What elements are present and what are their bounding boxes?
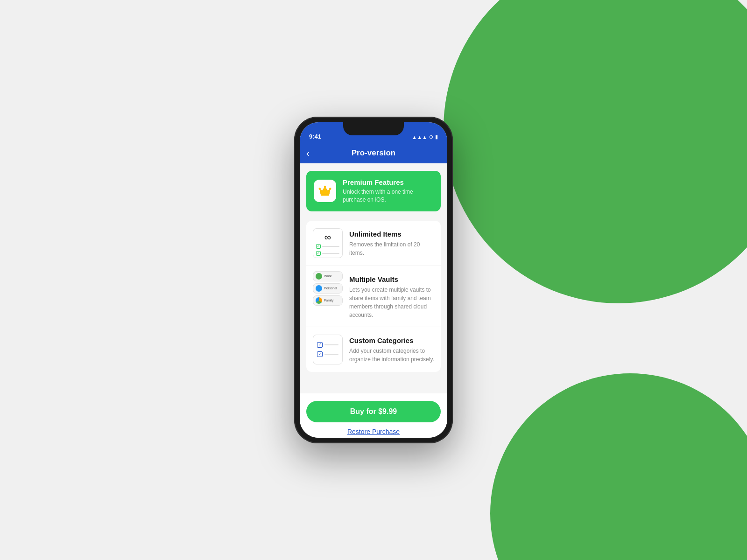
cat-check-2	[317, 351, 323, 357]
content-area: Premium Features Unlock them with a one …	[300, 163, 447, 438]
vault-work-label: Work	[324, 274, 331, 278]
signal-icon: ▲▲▲	[412, 134, 427, 140]
item-line-2	[322, 253, 339, 254]
vault-list-illustration: Work Personal Family	[313, 271, 343, 306]
bg-blob-top	[444, 0, 747, 303]
premium-title: Premium Features	[343, 178, 433, 186]
item-line-1	[322, 246, 339, 247]
premium-text: Premium Features Unlock them with a one …	[343, 178, 433, 204]
cat-line-1	[324, 344, 338, 345]
wifi-icon: ⊙	[429, 134, 433, 140]
svg-point-3	[329, 188, 331, 190]
cat-line-2	[324, 354, 338, 355]
multiple-vaults-text: Multiple Vaults Lets you create multiple…	[349, 273, 434, 319]
checkbox-row-1	[316, 244, 339, 249]
multiple-vaults-title: Multiple Vaults	[349, 275, 434, 283]
checkbox-row-2	[316, 251, 339, 256]
custom-categories-desc: Add your custom categories to organize t…	[349, 347, 434, 364]
svg-point-1	[319, 188, 321, 190]
custom-categories-title: Custom Categories	[349, 336, 434, 344]
categories-icon-box	[313, 335, 343, 364]
vault-work: Work	[313, 271, 343, 281]
checkbox-2	[316, 251, 321, 256]
unlimited-items-desc: Removes the limitation of 20 items.	[349, 240, 434, 257]
vault-family: Family	[313, 295, 343, 306]
phone-notch	[343, 122, 404, 135]
vault-work-dot	[316, 273, 322, 280]
nav-bar: ‹ Pro-version	[300, 143, 447, 163]
svg-rect-4	[321, 195, 329, 196]
buy-button[interactable]: Buy for $9.99	[306, 401, 441, 422]
phone-screen: 9:41 ▲▲▲ ⊙ ▮ ‹ Pro-version	[300, 122, 447, 438]
vault-personal: Personal	[313, 283, 343, 294]
vault-personal-dot	[316, 285, 322, 292]
cat-row-1	[317, 342, 338, 348]
features-list: ∞	[306, 221, 441, 372]
cat-check-1	[317, 342, 323, 348]
vaults-icon-box: Work Personal Family	[313, 273, 343, 303]
unlimited-items-title: Unlimited Items	[349, 230, 434, 238]
vault-personal-label: Personal	[324, 287, 337, 290]
scroll-content: Premium Features Unlock them with a one …	[300, 163, 447, 393]
feature-unlimited-items: ∞	[306, 221, 441, 266]
multiple-vaults-desc: Lets you create multiple vaults to share…	[349, 286, 434, 319]
infinity-icon: ∞	[324, 232, 331, 242]
custom-categories-text: Custom Categories Add your custom catego…	[349, 335, 434, 364]
checkbox-1	[316, 244, 321, 249]
unlimited-icon-box: ∞	[313, 228, 343, 258]
status-icons: ▲▲▲ ⊙ ▮	[412, 134, 438, 140]
bg-blob-bottom	[490, 373, 747, 560]
crown-icon	[318, 184, 332, 198]
svg-marker-0	[320, 187, 331, 195]
bottom-section: Buy for $9.99 Restore Purchase	[300, 393, 447, 438]
phone-frame: 9:41 ▲▲▲ ⊙ ▮ ‹ Pro-version	[294, 117, 453, 443]
battery-icon: ▮	[435, 134, 438, 140]
unlimited-items-text: Unlimited Items Removes the limitation o…	[349, 228, 434, 257]
premium-subtitle: Unlock them with a one time purchase on …	[343, 188, 433, 204]
feature-custom-categories: Custom Categories Add your custom catego…	[306, 327, 441, 372]
vault-family-label: Family	[324, 299, 334, 302]
status-time: 9:41	[309, 133, 321, 140]
cat-row-2	[317, 351, 338, 357]
page-title: Pro-version	[352, 148, 395, 158]
spacer	[306, 372, 441, 386]
back-button[interactable]: ‹	[306, 148, 310, 159]
vault-family-dot	[316, 297, 322, 304]
unlimited-illustration: ∞	[313, 228, 343, 258]
feature-multiple-vaults: Work Personal Family	[306, 266, 441, 327]
categories-illustration	[313, 335, 343, 364]
svg-point-2	[324, 186, 326, 188]
premium-icon-box	[314, 180, 336, 202]
premium-banner: Premium Features Unlock them with a one …	[306, 171, 441, 211]
restore-purchase-button[interactable]: Restore Purchase	[347, 428, 400, 435]
